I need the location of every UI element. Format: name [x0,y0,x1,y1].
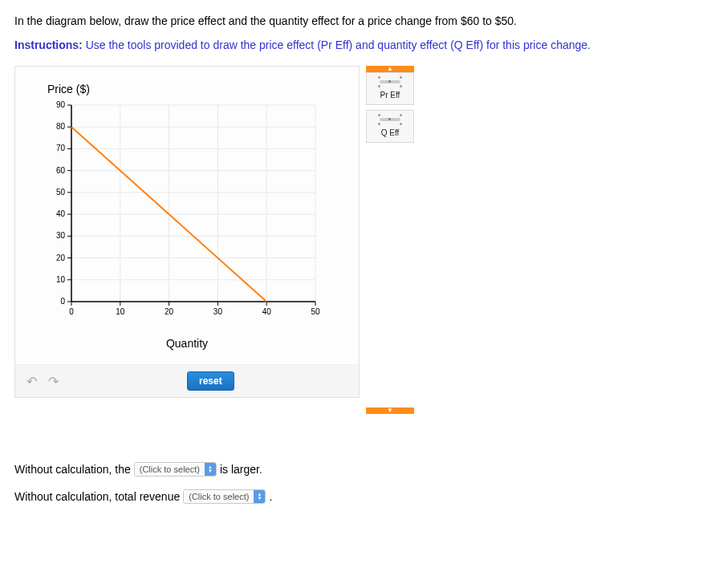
svg-text:40: 40 [56,209,66,218]
svg-text:80: 80 [56,122,66,131]
svg-text:0: 0 [69,307,74,316]
x-axis-title: Quantity [20,337,354,350]
followup-1-pre: Without calculation, the [14,463,131,476]
select-arrows-icon: ▲▼ [205,463,216,476]
svg-text:50: 50 [56,188,66,197]
tool-track [366,143,414,408]
tool-scroll-up[interactable]: ▲ [366,66,414,72]
svg-text:30: 30 [213,307,223,316]
svg-text:0: 0 [60,297,65,306]
chart-plot[interactable]: 010203040500102030405060708090 [35,100,339,321]
tool-palette: ▲ Pr Eff Q Eff ▼ [366,66,414,414]
select-arrows-icon: ▲▼ [254,490,265,503]
svg-text:10: 10 [116,307,125,316]
redo-button[interactable]: ↷ [45,372,62,391]
instructions-body: Use the tools provided to draw the price… [86,39,591,51]
svg-text:30: 30 [56,231,66,240]
graph-panel: Price ($) 010203040500102030405060708090… [14,66,360,398]
question-text: In the diagram below, draw the price eff… [14,14,689,27]
reset-button[interactable]: reset [187,371,234,391]
followup-2-select[interactable]: (Click to select) ▲▼ [183,489,266,504]
select-placeholder: (Click to select) [184,490,254,503]
tool-q-eff[interactable]: Q Eff [366,110,414,143]
svg-text:40: 40 [262,307,272,316]
svg-text:50: 50 [311,307,320,316]
followup-2-post: . [269,490,272,503]
instructions: Instructions: Use the tools provided to … [14,39,689,51]
svg-text:90: 90 [56,100,66,109]
svg-text:70: 70 [56,144,66,152]
tool-q-eff-label: Q Eff [367,128,413,137]
select-placeholder: (Click to select) [135,463,205,476]
tool-pr-eff[interactable]: Pr Eff [366,72,414,105]
svg-text:60: 60 [56,166,66,175]
tool-pr-eff-label: Pr Eff [367,91,413,99]
y-axis-title: Price ($) [47,83,354,95]
tool-glyph-icon [378,114,402,125]
followup-1-select[interactable]: (Click to select) ▲▼ [134,462,217,476]
control-bar: ↶ ↷ reset [15,364,359,397]
instructions-label: Instructions: [14,39,83,51]
svg-text:10: 10 [56,275,66,284]
tool-glyph-icon [378,76,402,87]
followup-1-post: is larger. [220,463,262,476]
followup-row-2: Without calculation, total revenue (Clic… [14,489,689,504]
followup-row-1: Without calculation, the (Click to selec… [14,462,689,476]
followup-2-pre: Without calculation, total revenue [14,490,180,503]
svg-text:20: 20 [165,307,174,316]
svg-text:20: 20 [56,253,66,262]
undo-button[interactable]: ↶ [23,372,40,391]
tool-scroll-down[interactable]: ▼ [366,408,414,414]
